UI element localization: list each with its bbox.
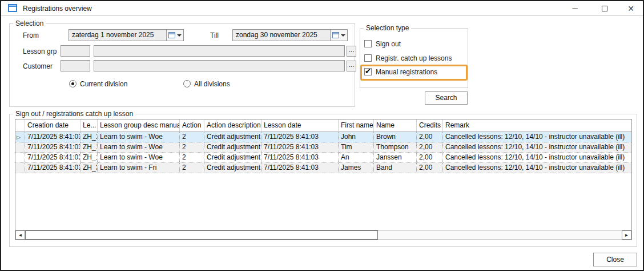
- scroll-left-icon: ◄: [18, 233, 23, 238]
- cell-le: ZH_1: [80, 132, 98, 142]
- selection-legend: Selection: [13, 19, 46, 27]
- from-calendar-button[interactable]: [166, 30, 183, 41]
- scroll-left-button[interactable]: ◄: [15, 230, 25, 240]
- minimize-icon: ─: [572, 4, 577, 13]
- cell-le: ZH_3: [80, 163, 98, 173]
- registrations-overview-window: Registrations overview ─ ✕ Selection Fro…: [0, 0, 644, 271]
- chevron-down-icon: [341, 34, 345, 37]
- col-first-name[interactable]: First name: [339, 119, 374, 132]
- manual-registrations-label: Manual registrations: [376, 68, 437, 76]
- col-action[interactable]: Action: [180, 119, 204, 132]
- calendar-icon: [332, 32, 339, 38]
- cell-first-name: James: [339, 163, 374, 173]
- cell-creation-date: 7/11/2025 8:41:03: [25, 132, 80, 142]
- cell-lesson-group: Learn to swim - Woe: [98, 142, 180, 153]
- current-division-radio[interactable]: [69, 80, 77, 87]
- table-row[interactable]: 7/11/2025 8:41:03 ZH_3 Learn to swim - F…: [15, 163, 631, 173]
- col-le[interactable]: Le...: [80, 119, 98, 132]
- cell-credits: 2,00: [417, 153, 443, 163]
- cell-action: 2: [180, 132, 204, 142]
- close-window-button[interactable]: ✕: [621, 1, 641, 16]
- search-button[interactable]: Search: [425, 91, 468, 105]
- till-calendar-button[interactable]: [330, 30, 347, 41]
- cell-remark: Cancelled lessons: 12/10, 14/10 - instru…: [443, 142, 631, 153]
- chevron-down-icon: [177, 34, 182, 37]
- cell-lesson-date: 7/11/2025 8:41:03: [261, 142, 339, 153]
- table-row[interactable]: ▷ 7/11/2025 8:41:03 ZH_1 Learn to swim -…: [15, 132, 631, 142]
- all-divisions-radio[interactable]: [183, 80, 191, 87]
- sign-out-label: Sign out: [376, 40, 401, 48]
- cell-action: 2: [180, 142, 204, 153]
- cell-creation-date: 7/11/2025 8:41:03: [25, 142, 80, 153]
- cell-lesson-group: Learn to swim - Fri: [98, 163, 180, 173]
- results-grid: Creation date Le... Lesson group desc ma…: [15, 119, 632, 240]
- maximize-button[interactable]: [595, 1, 614, 16]
- calendar-icon: [168, 32, 175, 38]
- from-date-field[interactable]: zaterdag 1 november 2025: [69, 29, 184, 41]
- cell-name: Band: [374, 163, 417, 173]
- cell-creation-date: 7/11/2025 8:41:03: [25, 153, 80, 163]
- minimize-button[interactable]: ─: [565, 1, 585, 16]
- sign-out-checkbox[interactable]: [364, 40, 372, 47]
- cell-name: Janssen: [374, 153, 417, 163]
- lesson-grp-desc-field[interactable]: [94, 45, 345, 57]
- cell-action-description: Credit adjustment: [204, 163, 261, 173]
- check-icon: ✔: [365, 67, 371, 75]
- current-division-label: Current division: [80, 80, 127, 88]
- col-name[interactable]: Name: [374, 119, 417, 132]
- all-divisions-label: All divisions: [194, 80, 230, 88]
- scroll-right-button[interactable]: ►: [622, 230, 631, 240]
- close-icon: ✕: [627, 4, 634, 13]
- cell-action-description: Credit adjustment: [204, 132, 261, 142]
- maximize-icon: [602, 6, 607, 11]
- cell-action: 2: [180, 163, 204, 173]
- lesson-grp-browse-button[interactable]: ...: [347, 46, 356, 57]
- col-credits[interactable]: Credits: [417, 119, 443, 132]
- row-indicator: [15, 142, 25, 153]
- table-row[interactable]: 7/11/2025 8:41:03 ZH_1 Learn to swim - W…: [15, 153, 631, 163]
- cell-remark: Cancelled lessons: 12/10, 14/10 - instru…: [443, 132, 631, 142]
- customer-desc-field[interactable]: [94, 60, 345, 71]
- cell-creation-date: 7/11/2025 8:41:03: [25, 163, 80, 173]
- current-row-arrow-icon: ▷: [17, 134, 21, 140]
- customer-code-field[interactable]: [61, 60, 90, 71]
- cell-remark: Cancelled lessons: 12/10, 14/10 - instru…: [443, 153, 631, 163]
- cell-credits: 2,00: [417, 132, 443, 142]
- row-indicator: [15, 163, 25, 173]
- app-window-icon: [8, 4, 17, 12]
- lesson-grp-code-field[interactable]: [61, 45, 90, 57]
- row-indicator: [15, 153, 25, 163]
- cell-action-description: Credit adjustment: [204, 153, 261, 163]
- cell-le: ZH_1: [80, 142, 98, 153]
- col-creation-date[interactable]: Creation date: [25, 119, 80, 132]
- cell-lesson-group: Learn to swim - Woe: [98, 153, 180, 163]
- col-lesson-date[interactable]: Lesson date: [261, 119, 339, 132]
- catch-up-label: Registr. catch up lessons: [376, 54, 452, 62]
- horizontal-scrollbar[interactable]: ◄ ►: [15, 230, 631, 240]
- scrollbar-thumb[interactable]: [25, 230, 378, 240]
- cell-action-description: Credit adjustment: [204, 142, 261, 153]
- customer-browse-button[interactable]: ...: [347, 61, 356, 71]
- table-row[interactable]: 7/11/2025 8:41:03 ZH_1 Learn to swim - W…: [15, 142, 631, 153]
- cell-name: Brown: [374, 132, 417, 142]
- till-label: Till: [210, 31, 219, 39]
- col-action-description[interactable]: Action description: [204, 119, 261, 132]
- cell-credits: 2,00: [417, 142, 443, 153]
- cell-first-name: John: [339, 132, 374, 142]
- cell-credits: 2,00: [417, 163, 443, 173]
- lesson-grp-label: Lesson grp: [23, 47, 57, 55]
- cell-lesson-date: 7/11/2025 8:41:03: [261, 153, 339, 163]
- title-bar: Registrations overview ─ ✕: [1, 1, 643, 16]
- col-lesson-group[interactable]: Lesson group desc manual: [98, 119, 180, 132]
- cell-name: Thompson: [374, 142, 417, 153]
- close-button[interactable]: Close: [593, 253, 637, 266]
- cell-lesson-date: 7/11/2025 8:41:03: [261, 163, 339, 173]
- cell-remark: Cancelled lessons: 12/10, 14/10 - instru…: [443, 163, 631, 173]
- manual-registrations-checkbox[interactable]: ✔: [364, 68, 372, 75]
- window-title: Registrations overview: [23, 1, 92, 16]
- customer-label: Customer: [23, 62, 53, 70]
- scroll-right-icon: ►: [625, 233, 629, 238]
- till-date-field[interactable]: zondag 30 november 2025: [232, 29, 348, 41]
- catch-up-checkbox[interactable]: [364, 54, 372, 62]
- col-remark[interactable]: Remark: [443, 119, 631, 132]
